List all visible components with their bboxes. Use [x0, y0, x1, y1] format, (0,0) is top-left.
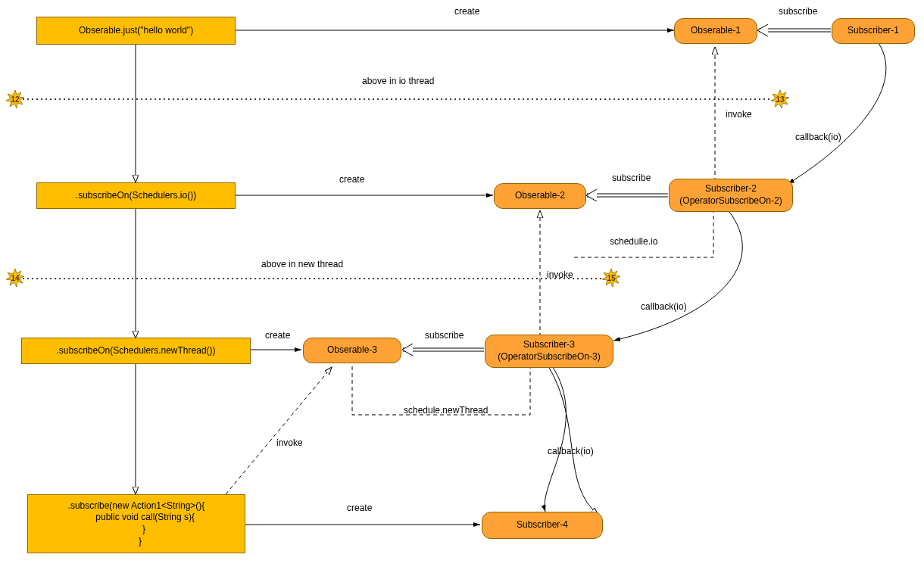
svg-line-18 [521, 210, 574, 257]
label-subscribe-3: subscribe [425, 330, 464, 341]
label-above-new: above in new thread [261, 259, 343, 269]
node-subscriber-2: Subscriber-2 (OperatorSubscribeOn-2) [669, 179, 793, 212]
star-15: 15 [602, 269, 620, 287]
label-schedule-io: schedulle.io [610, 236, 657, 247]
node-observable-3: Obserable-3 [303, 338, 401, 363]
label-callback-2: callback(io) [641, 301, 687, 312]
node-observable-just: Obserable.just("hello world") [36, 17, 236, 45]
node-subscriber-2-text: Subscriber-2 (OperatorSubscribeOn-2) [679, 183, 782, 207]
connectors-layer [0, 0, 924, 573]
node-observable-just-text: Obserable.just("hello world") [79, 25, 193, 37]
label-invoke-2: invoke [547, 269, 573, 280]
node-subscriber-4-text: Subscriber-4 [517, 519, 568, 531]
diagram-canvas: 12 13 14 15 Obserable.just("hello world"… [0, 0, 924, 573]
label-subscribe-1: subscribe [779, 6, 817, 17]
label-create-4: create [347, 503, 372, 513]
label-create-3: create [265, 330, 290, 341]
svg-line-17 [226, 367, 332, 494]
star-12: 12 [6, 90, 24, 108]
label-create-2: create [339, 174, 364, 185]
label-create-1: create [454, 6, 479, 17]
node-subscriber-3-text: Subscriber-3 (OperatorSubscribeOn-3) [498, 339, 600, 363]
node-subscribe-action-text: .subscribe(new Action1<String>(){ public… [68, 500, 205, 547]
star-13-label: 13 [776, 95, 784, 104]
star-14: 14 [6, 269, 24, 287]
node-observable-2-text: Obserable-2 [515, 190, 565, 202]
node-subscribe-action: .subscribe(new Action1<String>(){ public… [27, 494, 245, 553]
star-15-label: 15 [607, 274, 615, 282]
label-callback-1: callback(io) [795, 132, 841, 142]
node-subscribeon-newthread: .subscribeOn(Schedulers.newThread()) [21, 338, 251, 364]
node-subscriber-4: Subscriber-4 [482, 512, 603, 539]
label-schedule-new: schedule.newThread [404, 405, 488, 416]
node-subscribeon-io-text: .subscribeOn(Schedulers.io()) [76, 190, 196, 202]
node-subscriber-1-text: Subscriber-1 [848, 25, 899, 37]
node-observable-2: Obserable-2 [494, 183, 586, 209]
star-13: 13 [771, 90, 789, 108]
label-invoke-3: invoke [276, 438, 303, 448]
label-subscribe-2: subscribe [612, 173, 651, 183]
node-observable-1: Obserable-1 [674, 18, 757, 44]
star-14-label: 14 [11, 274, 19, 282]
node-observable-3-text: Obserable-3 [327, 344, 377, 357]
node-subscribeon-newthread-text: .subscribeOn(Schedulers.newThread()) [56, 345, 215, 357]
node-observable-1-text: Obserable-1 [691, 25, 741, 37]
label-above-io: above in io thread [362, 76, 434, 86]
node-subscriber-3: Subscriber-3 (OperatorSubscribeOn-3) [485, 335, 613, 368]
node-subscribeon-io: .subscribeOn(Schedulers.io()) [36, 182, 236, 209]
star-12-label: 12 [11, 95, 19, 104]
node-subscriber-1: Subscriber-1 [832, 18, 915, 44]
label-callback-3: callback(io) [548, 446, 594, 456]
label-invoke-1: invoke [726, 109, 752, 120]
